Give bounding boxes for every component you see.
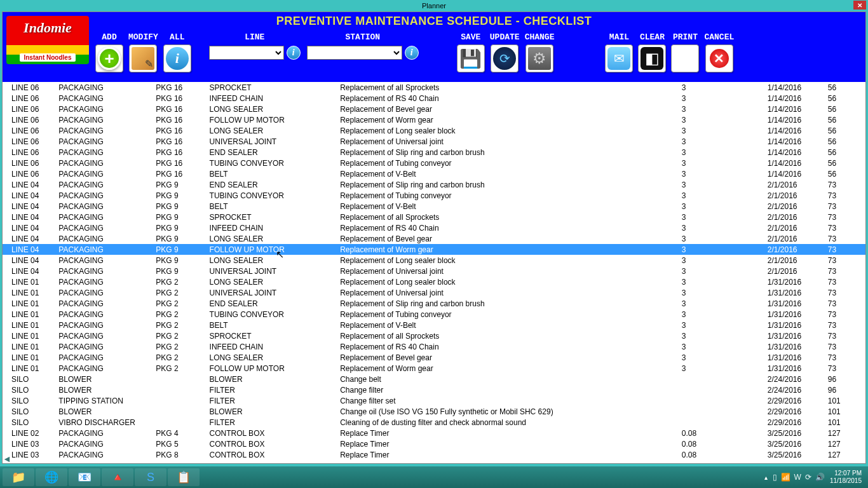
table-row[interactable]: LINE 06PACKAGINGPKG 16END SEALERReplacem… — [3, 147, 865, 158]
cell-date: 1/14/2016 — [765, 93, 825, 104]
cell-area: PACKAGING — [56, 309, 153, 320]
line-dropdown[interactable] — [209, 46, 284, 60]
table-row[interactable]: LINE 06PACKAGINGPKG 16BELTReplacement of… — [3, 168, 865, 179]
cell-line: LINE 01 — [3, 320, 56, 330]
taskbar-notepad[interactable]: 📋 — [168, 468, 200, 486]
update-button[interactable]: ⟳ — [491, 44, 519, 72]
data-grid[interactable]: LINE 06PACKAGINGPKG 16SPROCKETReplacemen… — [3, 82, 865, 463]
table-row[interactable]: LINE 04PACKAGINGPKG 9BELTReplacement of … — [3, 201, 865, 212]
table-row[interactable]: SILOBLOWERFILTERChange filter2/24/201696 — [3, 384, 865, 395]
cell-line: LINE 01 — [3, 276, 56, 287]
table-row[interactable]: LINE 01PACKAGINGPKG 2FOLLOW UP MOTORRepl… — [3, 363, 865, 374]
app-window: PREVENTIVE MAINTENANCE SCHEDULE - CHECKL… — [2, 11, 866, 464]
system-tray[interactable]: ▴ ▯ 📶 W ⟳ 🔊 12:07 PM 11/18/2015 — [764, 470, 865, 485]
table-row[interactable]: LINE 01PACKAGINGPKG 2INFEED CHAINReplace… — [3, 341, 865, 352]
table-row[interactable]: SILOBLOWERBLOWERChange belt2/24/201696 — [3, 374, 865, 384]
mail-label: MAIL — [609, 32, 629, 42]
battery-icon[interactable]: ▯ — [773, 473, 777, 482]
cell-qty: 3 — [679, 352, 765, 363]
cell-qty: 3 — [679, 82, 765, 93]
taskbar-explorer[interactable]: 📁 — [3, 468, 34, 486]
modify-label: MODIFY — [128, 32, 158, 42]
table-row[interactable]: LINE 03PACKAGINGPKG 5CONTROL BOXReplace … — [3, 438, 865, 449]
cell-area: PACKAGING — [56, 330, 153, 341]
cancel-button[interactable]: ✕ — [705, 44, 733, 72]
station-info-button[interactable]: i — [405, 46, 419, 60]
cell-desc: Replacement of Long sealer block — [337, 255, 679, 266]
table-row[interactable]: LINE 04PACKAGINGPKG 9LONG SEALERReplacem… — [3, 233, 865, 244]
table-row[interactable]: LINE 01PACKAGINGPKG 2LONG SEALERReplacem… — [3, 352, 865, 363]
cell-desc: Change oil (Use ISO VG 150 Fully synthet… — [337, 406, 679, 417]
taskbar-outlook[interactable]: 📧 — [69, 468, 100, 486]
cell-part: BELT — [207, 320, 338, 330]
station-dropdown[interactable] — [307, 46, 402, 60]
table-row[interactable]: SILOTIPPING STATIONFILTERChange filter s… — [3, 395, 865, 406]
signal-icon[interactable]: 📶 — [781, 473, 790, 482]
cell-line: LINE 04 — [3, 255, 56, 266]
cell-code: PKG 2 — [153, 341, 207, 352]
table-row[interactable]: LINE 06PACKAGINGPKG 16INFEED CHAINReplac… — [3, 93, 865, 104]
volume-icon[interactable]: 🔊 — [815, 473, 825, 482]
table-row[interactable]: LINE 01PACKAGINGPKG 2END SEALERReplaceme… — [3, 298, 865, 309]
table-row[interactable]: LINE 06PACKAGINGPKG 16TUBING CONVEYORRep… — [3, 158, 865, 168]
taskbar-skype[interactable]: S — [135, 468, 166, 486]
cell-days: 101 — [825, 417, 865, 428]
table-row[interactable]: LINE 01PACKAGINGPKG 2UNIVERSAL JOINTRepl… — [3, 287, 865, 298]
save-button[interactable]: 💾 — [457, 44, 485, 72]
window-close-button[interactable]: ✕ — [853, 1, 866, 10]
change-button[interactable] — [526, 44, 553, 72]
cell-days: 101 — [825, 406, 865, 417]
add-button[interactable]: + — [95, 44, 123, 72]
cell-line: LINE 04 — [3, 244, 56, 255]
cell-area: BLOWER — [56, 384, 153, 395]
table-row[interactable]: SILOVIBRO DISCHARGERFILTERCleaning of de… — [3, 417, 865, 428]
table-row[interactable]: LINE 04PACKAGINGPKG 9TUBING CONVEYORRepl… — [3, 190, 865, 201]
cell-code: PKG 16 — [153, 93, 207, 104]
table-row[interactable]: LINE 06PACKAGINGPKG 16LONG SEALERReplace… — [3, 104, 865, 114]
table-row[interactable]: LINE 06PACKAGINGPKG 16LONG SEALERReplace… — [3, 125, 865, 136]
taskbar-chrome[interactable]: 🌐 — [36, 468, 67, 486]
table-row[interactable]: LINE 04PACKAGINGPKG 9LONG SEALERReplacem… — [3, 255, 865, 266]
table-row[interactable]: LINE 06PACKAGINGPKG 16SPROCKETReplacemen… — [3, 82, 865, 93]
cell-desc: Replacement of Slip ring and carbon brus… — [337, 179, 679, 190]
table-row[interactable]: LINE 04PACKAGINGPKG 9UNIVERSAL JOINTRepl… — [3, 266, 865, 276]
word-icon[interactable]: W — [794, 473, 801, 482]
taskbar[interactable]: 📁 🌐 📧 🔺 S 📋 ▴ ▯ 📶 W ⟳ 🔊 12:07 PM 11/18/2… — [0, 466, 868, 488]
clear-button[interactable]: ◧ — [638, 44, 666, 72]
table-row[interactable]: LINE 04PACKAGINGPKG 9FOLLOW UP MOTORRepl… — [3, 244, 865, 255]
table-row[interactable]: LINE 01PACKAGINGPKG 2LONG SEALERReplacem… — [3, 276, 865, 287]
taskbar-clock[interactable]: 12:07 PM 11/18/2015 — [830, 470, 862, 485]
table-row[interactable]: LINE 01PACKAGINGPKG 2BELTReplacement of … — [3, 320, 865, 330]
cell-area: PACKAGING — [56, 255, 153, 266]
cell-date: 1/31/2016 — [765, 320, 825, 330]
all-button[interactable]: i — [163, 44, 191, 72]
table-row[interactable]: LINE 04PACKAGINGPKG 9SPROCKETReplacement… — [3, 212, 865, 222]
print-label: PRINT — [673, 32, 698, 42]
table-row[interactable]: LINE 06PACKAGINGPKG 16FOLLOW UP MOTORRep… — [3, 114, 865, 125]
scroll-left-arrow[interactable]: ◄ — [3, 454, 11, 464]
cell-days: 56 — [825, 125, 865, 136]
table-row[interactable]: LINE 01PACKAGINGPKG 2SPROCKETReplacement… — [3, 330, 865, 341]
mail-button[interactable]: ✉ — [605, 44, 633, 72]
table-row[interactable]: SILOBLOWERBLOWERChange oil (Use ISO VG 1… — [3, 406, 865, 417]
tray-expand-icon[interactable]: ▴ — [764, 474, 768, 481]
cell-days: 56 — [825, 168, 865, 179]
table-row[interactable]: LINE 04PACKAGINGPKG 9END SEALERReplaceme… — [3, 179, 865, 190]
table-row[interactable]: LINE 03PACKAGINGPKG 8CONTROL BOXReplace … — [3, 449, 865, 460]
modify-button[interactable] — [129, 44, 157, 72]
sync-icon[interactable]: ⟳ — [805, 473, 811, 482]
table-row[interactable]: LINE 01PACKAGINGPKG 2TUBING CONVEYORRepl… — [3, 309, 865, 320]
line-info-button[interactable]: i — [287, 46, 301, 60]
cell-desc: Replacement of Tubing conveyor — [337, 158, 679, 168]
table-row[interactable]: LINE 04PACKAGINGPKG 9INFEED CHAINReplace… — [3, 222, 865, 233]
cell-desc: Replacement of V-Belt — [337, 168, 679, 179]
cell-part: BLOWER — [207, 406, 338, 417]
cell-part: BELT — [207, 201, 338, 212]
print-button[interactable]: 🖨 — [671, 44, 699, 72]
table-row[interactable]: LINE 06PACKAGINGPKG 16UNIVERSAL JOINTRep… — [3, 136, 865, 147]
taskbar-vlc[interactable]: 🔺 — [102, 468, 133, 486]
cell-area: PACKAGING — [56, 212, 153, 222]
table-row[interactable]: LINE 02PACKAGINGPKG 4CONTROL BOXReplace … — [3, 428, 865, 438]
cell-part: END SEALER — [207, 147, 338, 158]
cell-days: 56 — [825, 114, 865, 125]
